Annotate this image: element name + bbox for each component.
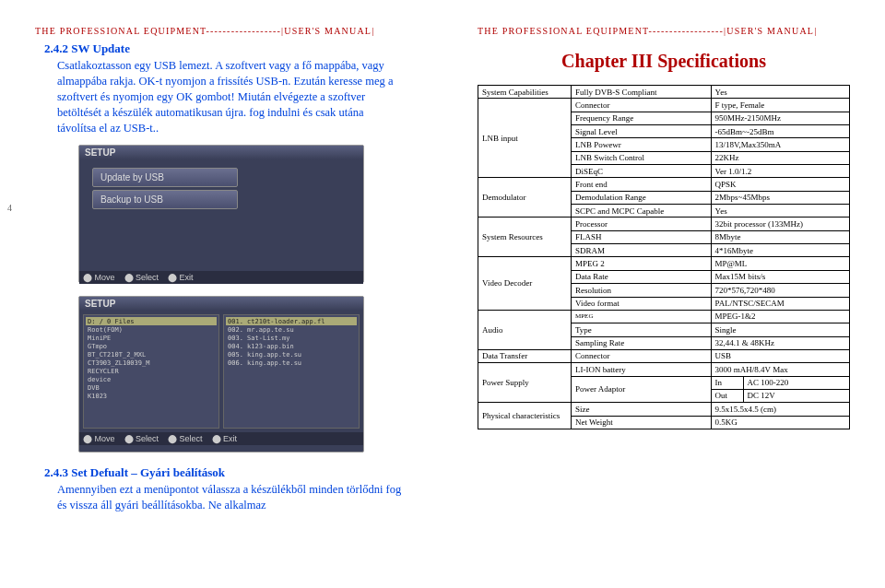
cell-key: MPEG xyxy=(572,310,712,323)
ss1-bar-exit: ⬤ Exit xyxy=(168,273,194,282)
section-242-body: Csatlakoztasson egy USB lemezt. A szoftv… xyxy=(57,58,404,135)
spec-table: System CapabilitiesFully DVB-S Compliant… xyxy=(478,85,850,429)
cell-cat: LNB input xyxy=(478,99,572,178)
cell-cat: Physical characteristics xyxy=(478,403,572,429)
cell-val: Ver 1.0/1.2 xyxy=(711,165,849,178)
list-item: 002. mr.app.te.su xyxy=(226,325,357,334)
page-header-right: THE PROFESSIONAL EQUIPMENT--------------… xyxy=(478,26,850,36)
list-item: device xyxy=(86,375,217,383)
cell-val: Yes xyxy=(711,205,849,218)
list-item: CT3903_ZL10039_M xyxy=(86,359,217,367)
cell-val: QPSK xyxy=(711,178,849,191)
section-243-body: Amennyiben ezt a menüpontot válassza a k… xyxy=(57,482,404,513)
cell-key: Demodulation Range xyxy=(572,191,712,204)
cell-cat: System Resources xyxy=(478,218,572,257)
cell-key: Front end xyxy=(572,178,712,191)
list-item: 005. king.app.te.su xyxy=(226,350,357,359)
list-item: MiniPE xyxy=(86,334,217,342)
cell-key: DiSEqC xyxy=(572,165,712,178)
ss1-bar-select: ⬤ Select xyxy=(124,273,159,282)
section-242-title: 2.4.2 SW Update xyxy=(44,41,407,56)
cell-cat: Audio xyxy=(478,310,572,349)
cell-key: Video format xyxy=(572,297,712,310)
table-row: AudioMPEGMPEG-1&2 xyxy=(478,310,850,323)
ss2-bar-select2: ⬤ Select xyxy=(168,434,203,443)
list-item: 006. king.app.te.su xyxy=(226,359,357,367)
cell-val: -65dBm~-25dBm xyxy=(711,125,849,138)
cell-val: 9.5x15.5x4.5 (cm) xyxy=(711,403,849,416)
cell-val: MP@ML xyxy=(711,257,849,270)
cell-sub: In xyxy=(712,377,744,389)
list-item: DVB xyxy=(86,383,217,392)
cell-key: SCPC and MCPC Capable xyxy=(572,205,712,218)
cell-key: Frequency Range xyxy=(572,112,712,124)
screenshot-setup-2: SETUP D: / 0 Files Root(FOM) MiniPE GTmp… xyxy=(78,296,364,453)
cell-cat: Power Supply xyxy=(478,363,572,403)
cell-sub: Out xyxy=(712,390,744,402)
cell-val: 4*16Mbyte xyxy=(711,244,849,257)
cell-val: AC 100-220 xyxy=(743,377,849,389)
cell-key: LI-ION battery xyxy=(572,363,712,376)
table-row: LNB inputConnectorF type, Female xyxy=(478,99,850,112)
cell-key: LNB Powewr xyxy=(572,138,712,151)
table-row: System ResourcesProcessor32bit processor… xyxy=(478,218,850,230)
left-column: THE PROFESSIONAL EQUIPMENT--------------… xyxy=(0,0,442,588)
cell-key: Fully DVB-S Compliant xyxy=(572,86,712,99)
ss1-title: SETUP xyxy=(79,146,363,159)
cell-val: USB xyxy=(711,349,849,362)
cell-cat: Data Transfer xyxy=(478,349,572,362)
table-row: Video DecoderMPEG 2MP@ML xyxy=(478,257,850,270)
ss1-footer-bar: ⬤ Move ⬤ Select ⬤ Exit xyxy=(79,271,363,284)
ss2-title: SETUP xyxy=(79,297,363,311)
cell-key: Connector xyxy=(572,349,712,362)
list-item: 004. k123-app.bin xyxy=(226,342,357,350)
cell-val: Single xyxy=(711,323,849,336)
cell-val: 32,44.1 & 48KHz xyxy=(711,336,849,349)
list-item: GTmpo xyxy=(86,342,217,350)
list-item: 003. Sat-List.my xyxy=(226,334,357,342)
cell-val: DC 12V xyxy=(743,390,849,402)
cell-key: SDRAM xyxy=(572,244,712,257)
cell-key: Power Adaptor xyxy=(572,376,712,403)
table-row: Physical characteristicsSize9.5x15.5x4.5… xyxy=(478,403,850,416)
ss2-bar-exit: ⬤ Exit xyxy=(212,434,238,443)
ss1-backup-btn: Backup to USB xyxy=(92,190,238,209)
list-item: BT_CT210T_2_MXL xyxy=(86,350,217,359)
ss1-update-btn: Update by USB xyxy=(92,168,238,187)
cell-key: LNB Switch Control xyxy=(572,151,712,164)
table-row: System CapabilitiesFully DVB-S Compliant… xyxy=(478,86,850,99)
cell-val: 22KHz xyxy=(711,151,849,164)
cell-val: PAL/NTSC/SECAM xyxy=(711,297,849,310)
list-item: Root(FOM) xyxy=(86,325,217,334)
cell-val: 720*576,720*480 xyxy=(711,284,849,297)
cell-val: 3000 mAH/8.4V Max xyxy=(711,363,849,376)
cell-val: Max15M bits/s xyxy=(711,270,849,283)
list-item: 001. ct210t-loader.app.fl xyxy=(226,317,357,325)
cell-val: 0.5KG xyxy=(711,416,849,429)
cell-key: Type xyxy=(572,323,712,336)
cell-key: Data Rate xyxy=(572,270,712,283)
ss2-left-header: D: / 0 Files xyxy=(86,317,217,325)
cell-key: Net Weight xyxy=(572,416,712,429)
cell-val: 32bit processor (133MHz) xyxy=(711,218,849,230)
cell-val: Yes xyxy=(711,86,849,99)
page-header-left: THE PROFESSIONAL EQUIPMENT--------------… xyxy=(35,26,407,36)
table-row: Data TransferConnectorUSB xyxy=(478,349,850,362)
list-item: RECYCLER xyxy=(86,367,217,375)
list-item: K1023 xyxy=(86,392,217,400)
table-row: Power Supply LI-ION battery 3000 mAH/8.4… xyxy=(478,363,850,376)
section-243-title: 2.4.3 Set Defualt – Gyári beálítások xyxy=(44,465,407,480)
cell-val: 8Mbyte xyxy=(711,230,849,243)
cell-key: Resolution xyxy=(572,284,712,297)
chapter-title: Chapter III Specifications xyxy=(478,51,850,72)
cell-val: 950MHz-2150MHz xyxy=(711,112,849,124)
screenshot-setup-1: SETUP Update by USB Backup to USB ⬤ Move… xyxy=(78,145,364,283)
ss2-bar-move: ⬤ Move xyxy=(83,434,115,443)
cell-val: 2Mbps~45Mbps xyxy=(711,191,849,204)
ss2-footer-bar: ⬤ Move ⬤ Select ⬤ Select ⬤ Exit xyxy=(79,432,363,445)
cell-key: MPEG 2 xyxy=(572,257,712,270)
cell-key: FLASH xyxy=(572,230,712,243)
cell-key: Size xyxy=(572,403,712,416)
ss2-right-pane: 001. ct210t-loader.app.fl 002. mr.app.te… xyxy=(223,314,360,429)
cell-val: F type, Female xyxy=(711,99,849,112)
